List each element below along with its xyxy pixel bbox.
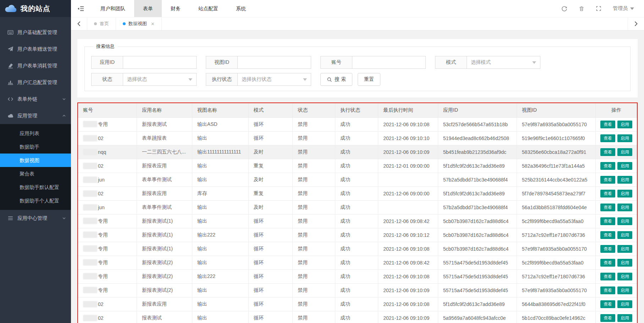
cell-view_id: 5712a7c92eff1e71807d6736 [517, 228, 595, 242]
sidebar-item-5[interactable]: 应用管理 [0, 107, 71, 124]
cell-view: 输出 [192, 159, 248, 173]
row-action-查看-button[interactable]: 查看 [600, 190, 615, 197]
cell-actions: 查看启用 [595, 145, 637, 159]
search-fieldset: 搜索信息 应用ID视图ID账号模式选择模式状态选择状态执行状态选择执行状态搜 索… [84, 43, 631, 91]
row-action-查看-button[interactable]: 查看 [600, 314, 615, 322]
cell-account: jun [78, 200, 137, 214]
close-icon[interactable]: ✕ [151, 22, 155, 26]
sidebar-item-1[interactable]: 用户表单赠送管理 [0, 41, 71, 57]
search-legend: 搜索信息 [93, 43, 117, 50]
row-action-查看-button[interactable]: 查看 [600, 204, 615, 211]
top-nav-item-系统[interactable]: 系统 [227, 0, 255, 17]
select-执行状态[interactable]: 选择执行状态 [237, 73, 311, 86]
sidebar-item-2[interactable]: 用户表单消耗管理 [0, 57, 71, 74]
row-action-启用-button[interactable]: 启用 [617, 162, 632, 170]
column-header-应用名称: 应用名称 [137, 103, 192, 117]
sidebar-item-6[interactable]: 应用中心管理 [0, 210, 71, 227]
row-action-启用-button[interactable]: 启用 [617, 190, 632, 197]
top-nav-item-用户和团队[interactable]: 用户和团队 [92, 0, 134, 17]
sidebar-collapse-icon[interactable] [71, 6, 90, 11]
row-action-启用-button[interactable]: 启用 [617, 273, 632, 280]
cell-exec: 成功 [335, 297, 378, 311]
sidebar-item-3[interactable]: 用户汇总配置管理 [0, 74, 71, 91]
select-模式[interactable]: 选择模式 [467, 56, 540, 69]
search-form-row: 状态选择状态执行状态选择执行状态搜 索重置 [91, 73, 624, 86]
cell-last_time: 2021-12-06 09:10:08 [378, 242, 438, 256]
tab-数据视图[interactable]: 数据视图✕ [116, 17, 162, 30]
row-action-启用-button[interactable]: 启用 [617, 231, 632, 239]
caret-down-icon [532, 61, 536, 64]
censored-account-blur [83, 204, 97, 211]
row-action-查看-button[interactable]: 查看 [600, 231, 615, 239]
sidebar-subitem-数据视图[interactable]: 数据视图 [0, 154, 71, 167]
row-action-启用-button[interactable]: 启用 [617, 176, 632, 184]
tabs-scroll-left-icon[interactable] [71, 17, 87, 30]
sidebar-subitem-数据助手默认配置[interactable]: 数据助手默认配置 [0, 180, 71, 194]
tab-首页[interactable]: 首页 [87, 17, 116, 30]
column-header-视图ID: 视图ID [517, 103, 595, 117]
cell-account: 专用 [78, 242, 137, 256]
chevron-down-icon [62, 216, 66, 220]
select-状态[interactable]: 选择状态 [123, 73, 197, 86]
link-icon [7, 96, 13, 102]
cell-app: 表单事件测试 [137, 173, 192, 186]
row-action-启用-button[interactable]: 启用 [617, 259, 632, 267]
cell-view_id: 57e9f87a6935a5b0a0055170 [517, 283, 595, 297]
cell-account: jun [78, 173, 137, 186]
cell-status: 禁用 [293, 117, 335, 131]
row-action-查看-button[interactable]: 查看 [600, 121, 615, 128]
sidebar-subitem-应用列表[interactable]: 应用列表 [0, 127, 71, 140]
row-action-启用-button[interactable]: 启用 [617, 300, 632, 308]
row-action-启用-button[interactable]: 启用 [617, 121, 632, 128]
row-action-查看-button[interactable]: 查看 [600, 259, 615, 267]
row-action-启用-button[interactable]: 启用 [617, 204, 632, 211]
input-应用ID[interactable] [123, 56, 197, 69]
reset-button[interactable]: 重置 [358, 73, 380, 86]
row-action-启用-button[interactable]: 启用 [617, 217, 632, 225]
column-header-最后执行时间: 最后执行时间 [378, 103, 438, 117]
sidebar-item-4[interactable]: 表单外链 [0, 91, 71, 107]
top-nav-item-站点配置[interactable]: 站点配置 [189, 0, 227, 17]
cell-status: 禁用 [293, 297, 335, 311]
cell-app_id: 5f1d5fc9f2d613c7add36e89 [438, 297, 517, 311]
cell-app: 新报表应用 [137, 297, 192, 311]
row-action-启用-button[interactable]: 启用 [617, 314, 632, 322]
top-nav-item-表单[interactable]: 表单 [134, 0, 162, 17]
sidebar-item-0[interactable]: 用户基础配置管理 [0, 24, 71, 41]
row-action-查看-button[interactable]: 查看 [600, 273, 615, 280]
tabs-scroll-right-icon[interactable] [628, 17, 644, 30]
row-action-查看-button[interactable]: 查看 [600, 217, 615, 225]
top-nav-item-财务[interactable]: 财务 [162, 0, 189, 17]
cell-view_id: 57e9f87a6935a5b0a0055170 [517, 117, 595, 131]
cell-app_id: 57b2a5dbdd71bc3e490688f4 [438, 173, 517, 186]
sidebar-subitem-聚合表[interactable]: 聚合表 [0, 167, 71, 180]
trash-icon[interactable] [579, 6, 584, 12]
row-action-查看-button[interactable]: 查看 [600, 148, 615, 156]
refresh-icon[interactable] [561, 6, 567, 12]
cell-app_id: 5cb07b3987d162c7ad88d6c4 [438, 228, 517, 242]
cell-view_id: 5712a7c92eff1e71807d6736 [517, 269, 595, 283]
cell-app: 新报表应用 [137, 159, 192, 173]
input-账号[interactable] [352, 56, 426, 69]
site-logo[interactable]: 我的站点 [0, 0, 71, 17]
row-action-启用-button[interactable]: 启用 [617, 134, 632, 142]
cell-actions: 查看启用 [595, 283, 637, 297]
sidebar-subitem-数据助手[interactable]: 数据助手 [0, 140, 71, 154]
fullscreen-icon[interactable] [596, 6, 601, 11]
row-action-查看-button[interactable]: 查看 [600, 134, 615, 142]
user-menu[interactable]: 管理员 [613, 5, 634, 12]
row-action-启用-button[interactable]: 启用 [617, 148, 632, 156]
cell-last_time [378, 200, 438, 214]
sidebar-subitem-数据助手个人配置[interactable]: 数据助手个人配置 [0, 194, 71, 207]
cell-app: 新报表应用 [137, 186, 192, 200]
row-action-查看-button[interactable]: 查看 [600, 162, 615, 170]
cell-last_time: 2021-12-06 09:10:09 [378, 311, 438, 323]
row-action-查看-button[interactable]: 查看 [600, 176, 615, 184]
input-视图ID[interactable] [237, 56, 311, 69]
row-action-查看-button[interactable]: 查看 [600, 300, 615, 308]
row-action-启用-button[interactable]: 启用 [617, 286, 632, 294]
search-button[interactable]: 搜 索 [320, 73, 352, 86]
row-action-查看-button[interactable]: 查看 [600, 245, 615, 253]
row-action-启用-button[interactable]: 启用 [617, 245, 632, 253]
row-action-查看-button[interactable]: 查看 [600, 286, 615, 294]
